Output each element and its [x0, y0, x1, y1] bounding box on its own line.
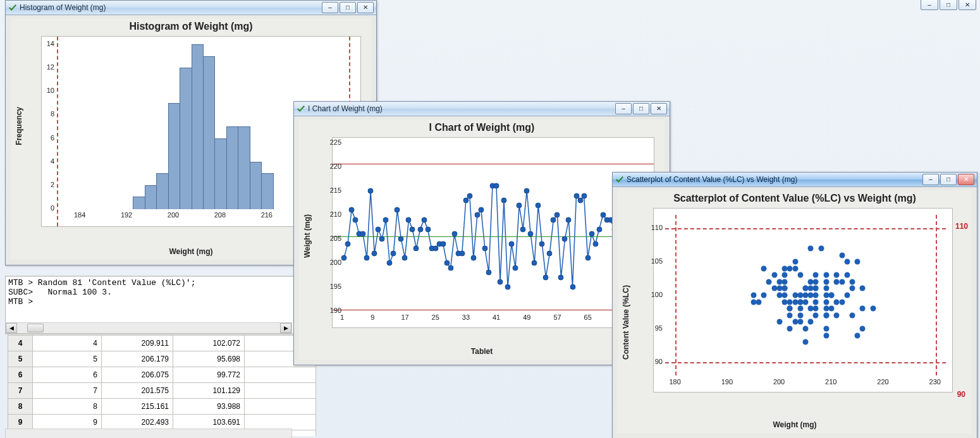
- session-scrollbar[interactable]: ◀ ▶: [5, 322, 292, 334]
- cell[interactable]: 103.691: [173, 415, 245, 430]
- maximize-button[interactable]: □: [940, 174, 957, 185]
- minimize-button[interactable]: –: [615, 103, 632, 114]
- cell[interactable]: 95.698: [173, 351, 245, 367]
- cell[interactable]: 206.179: [102, 351, 173, 367]
- cell[interactable]: [245, 367, 316, 383]
- scatter-point: [782, 279, 788, 284]
- y-tick: 110: [651, 224, 663, 231]
- scatter-point: [870, 306, 876, 312]
- table-row[interactable]: 99202.493103.691: [8, 415, 316, 430]
- ichart-point: [470, 255, 476, 261]
- cell[interactable]: 7: [33, 383, 102, 399]
- x-tick: 49: [523, 313, 530, 321]
- cell[interactable]: 93.988: [173, 399, 245, 415]
- scatter-point: [787, 312, 793, 318]
- row-header[interactable]: 5: [8, 351, 33, 367]
- y-tick: 105: [651, 257, 663, 265]
- close-button[interactable]: ✕: [651, 103, 667, 114]
- cell[interactable]: 206.075: [102, 367, 173, 383]
- titlebar-ichart[interactable]: I Chart of Weight (mg) – □ ✕: [294, 102, 670, 116]
- scatter-point: [808, 245, 814, 251]
- scatter-point: [771, 272, 777, 278]
- ichart-point: [509, 241, 515, 246]
- table-row[interactable]: 88215.16193.988: [8, 399, 316, 415]
- spec-x-line: [675, 215, 677, 375]
- ichart-point: [498, 279, 503, 285]
- scroll-right-button[interactable]: ▶: [280, 323, 291, 333]
- row-header[interactable]: 9: [8, 415, 33, 430]
- chart-title: Scatterplot of Content Value (%LC) vs We…: [618, 193, 972, 204]
- parent-minimize-button[interactable]: –: [921, 0, 938, 10]
- scroll-thumb[interactable]: [27, 324, 44, 332]
- row-header[interactable]: 7: [8, 383, 33, 399]
- x-tick: 1: [340, 313, 344, 321]
- cell[interactable]: 102.072: [173, 336, 245, 351]
- ichart-point: [577, 198, 583, 204]
- cell[interactable]: 202.493: [102, 415, 173, 430]
- window-scatter[interactable]: Scatterplot of Content Value (%LC) vs We…: [612, 172, 977, 438]
- cell[interactable]: 9: [33, 415, 102, 430]
- titlebar-histogram[interactable]: Histogram of Weight (mg) – □ ✕: [6, 1, 376, 15]
- close-button[interactable]: ✕: [357, 2, 374, 13]
- cell[interactable]: 8: [33, 399, 102, 415]
- ichart-point: [585, 255, 591, 261]
- ichart-point: [517, 202, 522, 208]
- cell[interactable]: 6: [33, 367, 102, 383]
- cell[interactable]: [245, 383, 316, 399]
- cell[interactable]: 201.575: [102, 383, 173, 399]
- maximize-button[interactable]: □: [340, 2, 356, 13]
- cell[interactable]: 101.129: [173, 383, 245, 399]
- worksheet-scrollbar[interactable]: [5, 429, 292, 438]
- table-row[interactable]: 44209.911102.072: [8, 336, 316, 351]
- ichart-point: [551, 217, 556, 222]
- ichart-point: [421, 217, 427, 222]
- parent-maximize-button[interactable]: □: [940, 0, 957, 10]
- scatter-point: [782, 293, 788, 298]
- histogram-bar: [261, 173, 273, 209]
- minimize-button[interactable]: –: [322, 2, 338, 13]
- ichart-point: [383, 217, 389, 222]
- ichart-point: [387, 260, 393, 266]
- y-tick: 210: [330, 210, 341, 218]
- table-row[interactable]: 77201.575101.129: [8, 383, 316, 399]
- scatter-point: [813, 299, 819, 305]
- ichart-point: [341, 255, 347, 261]
- scatter-point: [834, 272, 840, 278]
- scatter-point: [818, 245, 824, 251]
- table-row[interactable]: 55206.17995.698: [8, 351, 316, 367]
- scatter-point: [761, 265, 767, 271]
- ichart-point: [558, 274, 564, 280]
- table-row[interactable]: 66206.07599.772: [8, 367, 316, 383]
- cell[interactable]: [245, 415, 316, 430]
- worksheet[interactable]: 44209.911102.07255206.17995.69866206.075…: [8, 335, 324, 436]
- ichart-canvas: 1901952002052102152202251917253341495765…: [332, 137, 654, 328]
- minimize-button[interactable]: –: [922, 174, 939, 185]
- close-button[interactable]: ✕: [958, 174, 974, 185]
- ichart-point: [513, 265, 518, 271]
- scatter-point: [839, 252, 845, 258]
- cell[interactable]: 99.772: [173, 367, 245, 383]
- cell[interactable]: 4: [33, 336, 102, 351]
- spec-x-line: [936, 215, 937, 375]
- y-tick: 225: [330, 138, 341, 146]
- histogram-bar: [168, 103, 180, 209]
- scroll-left-button[interactable]: ◀: [6, 323, 17, 333]
- row-header[interactable]: 8: [8, 399, 33, 415]
- parent-close-button[interactable]: ✕: [959, 0, 976, 10]
- scatter-point: [860, 306, 866, 312]
- cell[interactable]: 5: [33, 351, 102, 367]
- cell[interactable]: [245, 399, 316, 415]
- titlebar-scatter[interactable]: Scatterplot of Content Value (%LC) vs We…: [613, 173, 977, 187]
- cell[interactable]: 209.911: [102, 336, 173, 351]
- x-tick: 200: [168, 211, 179, 219]
- row-header[interactable]: 4: [8, 336, 33, 351]
- ichart-point: [463, 198, 469, 204]
- cell[interactable]: 215.161: [102, 399, 173, 415]
- maximize-button[interactable]: □: [633, 103, 649, 114]
- row-header[interactable]: 6: [8, 367, 33, 383]
- data-table[interactable]: 44209.911102.07255206.17995.69866206.075…: [8, 335, 316, 436]
- scatter-point: [776, 319, 782, 325]
- scatter-point: [850, 312, 855, 318]
- scatter-point: [834, 312, 840, 318]
- x-tick: 208: [214, 211, 226, 219]
